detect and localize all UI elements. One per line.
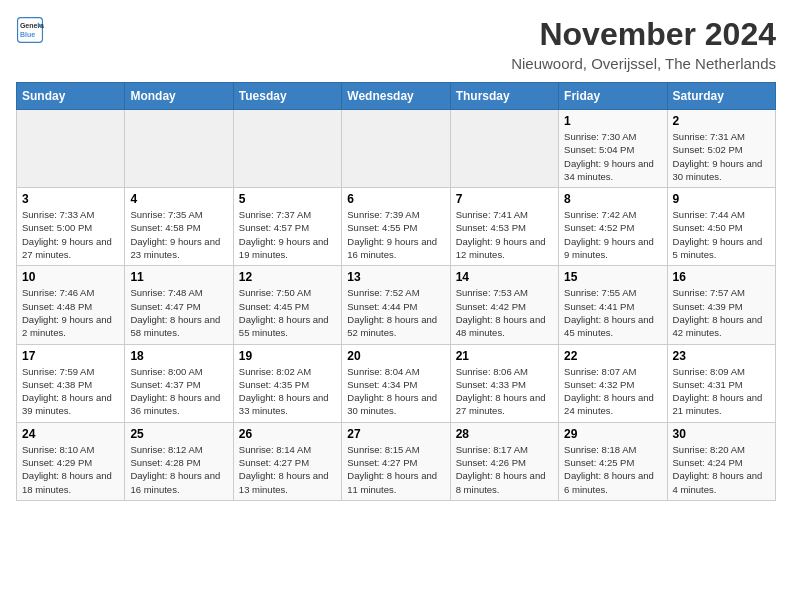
day-number: 25 [130,427,227,441]
day-info: Sunrise: 7:39 AMSunset: 4:55 PMDaylight:… [347,208,444,261]
calendar-table: SundayMondayTuesdayWednesdayThursdayFrid… [16,82,776,501]
calendar-cell [342,110,450,188]
day-info: Sunrise: 8:12 AMSunset: 4:28 PMDaylight:… [130,443,227,496]
day-info: Sunrise: 7:57 AMSunset: 4:39 PMDaylight:… [673,286,770,339]
calendar-subtitle: Nieuwoord, Overijssel, The Netherlands [511,55,776,72]
calendar-cell: 1Sunrise: 7:30 AMSunset: 5:04 PMDaylight… [559,110,667,188]
calendar-cell: 11Sunrise: 7:48 AMSunset: 4:47 PMDayligh… [125,266,233,344]
day-info: Sunrise: 7:35 AMSunset: 4:58 PMDaylight:… [130,208,227,261]
day-number: 7 [456,192,553,206]
calendar-cell: 24Sunrise: 8:10 AMSunset: 4:29 PMDayligh… [17,422,125,500]
calendar-cell [233,110,341,188]
weekday-header-monday: Monday [125,83,233,110]
day-info: Sunrise: 7:59 AMSunset: 4:38 PMDaylight:… [22,365,119,418]
day-number: 15 [564,270,661,284]
day-info: Sunrise: 7:46 AMSunset: 4:48 PMDaylight:… [22,286,119,339]
day-info: Sunrise: 8:14 AMSunset: 4:27 PMDaylight:… [239,443,336,496]
day-info: Sunrise: 7:30 AMSunset: 5:04 PMDaylight:… [564,130,661,183]
day-number: 29 [564,427,661,441]
title-section: November 2024 Nieuwoord, Overijssel, The… [511,16,776,72]
weekday-header-friday: Friday [559,83,667,110]
calendar-cell: 22Sunrise: 8:07 AMSunset: 4:32 PMDayligh… [559,344,667,422]
weekday-header-saturday: Saturday [667,83,775,110]
day-number: 18 [130,349,227,363]
day-number: 19 [239,349,336,363]
calendar-cell: 7Sunrise: 7:41 AMSunset: 4:53 PMDaylight… [450,188,558,266]
day-info: Sunrise: 8:07 AMSunset: 4:32 PMDaylight:… [564,365,661,418]
page-header: General Blue November 2024 Nieuwoord, Ov… [16,16,776,72]
day-number: 11 [130,270,227,284]
day-info: Sunrise: 7:42 AMSunset: 4:52 PMDaylight:… [564,208,661,261]
calendar-cell: 26Sunrise: 8:14 AMSunset: 4:27 PMDayligh… [233,422,341,500]
calendar-cell: 14Sunrise: 7:53 AMSunset: 4:42 PMDayligh… [450,266,558,344]
calendar-cell: 5Sunrise: 7:37 AMSunset: 4:57 PMDaylight… [233,188,341,266]
day-number: 16 [673,270,770,284]
day-number: 8 [564,192,661,206]
weekday-header-row: SundayMondayTuesdayWednesdayThursdayFrid… [17,83,776,110]
day-number: 26 [239,427,336,441]
week-row-3: 10Sunrise: 7:46 AMSunset: 4:48 PMDayligh… [17,266,776,344]
day-number: 22 [564,349,661,363]
day-number: 14 [456,270,553,284]
calendar-cell: 9Sunrise: 7:44 AMSunset: 4:50 PMDaylight… [667,188,775,266]
calendar-cell: 16Sunrise: 7:57 AMSunset: 4:39 PMDayligh… [667,266,775,344]
day-info: Sunrise: 8:18 AMSunset: 4:25 PMDaylight:… [564,443,661,496]
weekday-header-wednesday: Wednesday [342,83,450,110]
day-number: 13 [347,270,444,284]
calendar-cell: 4Sunrise: 7:35 AMSunset: 4:58 PMDaylight… [125,188,233,266]
calendar-cell: 19Sunrise: 8:02 AMSunset: 4:35 PMDayligh… [233,344,341,422]
calendar-cell: 25Sunrise: 8:12 AMSunset: 4:28 PMDayligh… [125,422,233,500]
day-number: 30 [673,427,770,441]
calendar-cell: 18Sunrise: 8:00 AMSunset: 4:37 PMDayligh… [125,344,233,422]
svg-text:Blue: Blue [20,31,35,38]
calendar-title: November 2024 [511,16,776,53]
weekday-header-sunday: Sunday [17,83,125,110]
week-row-2: 3Sunrise: 7:33 AMSunset: 5:00 PMDaylight… [17,188,776,266]
calendar-cell: 6Sunrise: 7:39 AMSunset: 4:55 PMDaylight… [342,188,450,266]
calendar-cell: 27Sunrise: 8:15 AMSunset: 4:27 PMDayligh… [342,422,450,500]
day-number: 6 [347,192,444,206]
day-number: 10 [22,270,119,284]
day-number: 23 [673,349,770,363]
day-info: Sunrise: 7:31 AMSunset: 5:02 PMDaylight:… [673,130,770,183]
day-number: 28 [456,427,553,441]
day-info: Sunrise: 8:02 AMSunset: 4:35 PMDaylight:… [239,365,336,418]
day-number: 3 [22,192,119,206]
week-row-1: 1Sunrise: 7:30 AMSunset: 5:04 PMDaylight… [17,110,776,188]
calendar-cell: 21Sunrise: 8:06 AMSunset: 4:33 PMDayligh… [450,344,558,422]
week-row-5: 24Sunrise: 8:10 AMSunset: 4:29 PMDayligh… [17,422,776,500]
day-info: Sunrise: 8:15 AMSunset: 4:27 PMDaylight:… [347,443,444,496]
calendar-cell: 15Sunrise: 7:55 AMSunset: 4:41 PMDayligh… [559,266,667,344]
day-info: Sunrise: 8:17 AMSunset: 4:26 PMDaylight:… [456,443,553,496]
day-number: 9 [673,192,770,206]
calendar-cell [125,110,233,188]
calendar-cell: 20Sunrise: 8:04 AMSunset: 4:34 PMDayligh… [342,344,450,422]
day-info: Sunrise: 7:41 AMSunset: 4:53 PMDaylight:… [456,208,553,261]
day-number: 27 [347,427,444,441]
day-info: Sunrise: 7:53 AMSunset: 4:42 PMDaylight:… [456,286,553,339]
calendar-cell [450,110,558,188]
calendar-cell: 13Sunrise: 7:52 AMSunset: 4:44 PMDayligh… [342,266,450,344]
calendar-cell: 8Sunrise: 7:42 AMSunset: 4:52 PMDaylight… [559,188,667,266]
day-number: 1 [564,114,661,128]
calendar-cell: 2Sunrise: 7:31 AMSunset: 5:02 PMDaylight… [667,110,775,188]
calendar-cell: 28Sunrise: 8:17 AMSunset: 4:26 PMDayligh… [450,422,558,500]
weekday-header-tuesday: Tuesday [233,83,341,110]
day-info: Sunrise: 7:52 AMSunset: 4:44 PMDaylight:… [347,286,444,339]
calendar-cell: 23Sunrise: 8:09 AMSunset: 4:31 PMDayligh… [667,344,775,422]
day-number: 4 [130,192,227,206]
day-info: Sunrise: 7:55 AMSunset: 4:41 PMDaylight:… [564,286,661,339]
day-info: Sunrise: 8:04 AMSunset: 4:34 PMDaylight:… [347,365,444,418]
week-row-4: 17Sunrise: 7:59 AMSunset: 4:38 PMDayligh… [17,344,776,422]
day-info: Sunrise: 7:48 AMSunset: 4:47 PMDaylight:… [130,286,227,339]
day-info: Sunrise: 8:20 AMSunset: 4:24 PMDaylight:… [673,443,770,496]
day-number: 20 [347,349,444,363]
calendar-cell: 12Sunrise: 7:50 AMSunset: 4:45 PMDayligh… [233,266,341,344]
logo-icon: General Blue [16,16,44,44]
day-info: Sunrise: 7:44 AMSunset: 4:50 PMDaylight:… [673,208,770,261]
calendar-cell: 29Sunrise: 8:18 AMSunset: 4:25 PMDayligh… [559,422,667,500]
day-info: Sunrise: 7:50 AMSunset: 4:45 PMDaylight:… [239,286,336,339]
day-info: Sunrise: 8:06 AMSunset: 4:33 PMDaylight:… [456,365,553,418]
day-info: Sunrise: 8:09 AMSunset: 4:31 PMDaylight:… [673,365,770,418]
calendar-cell: 17Sunrise: 7:59 AMSunset: 4:38 PMDayligh… [17,344,125,422]
